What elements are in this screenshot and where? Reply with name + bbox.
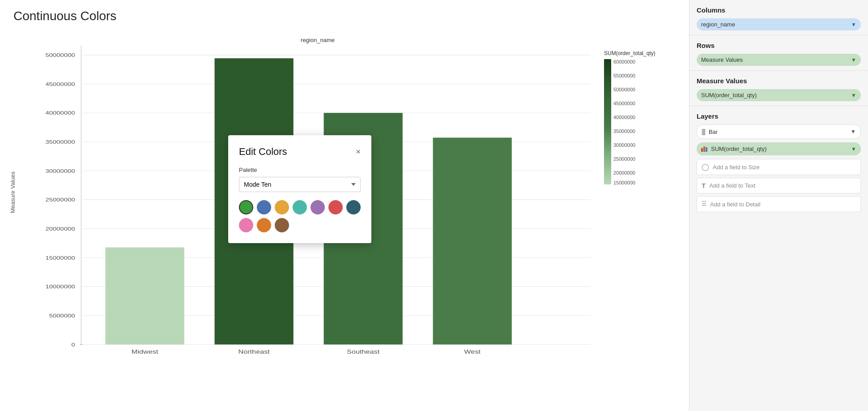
sum-pill-arrow: ▼ bbox=[851, 146, 856, 152]
add-detail-row[interactable]: ⠿ Add a field to Detail bbox=[697, 196, 861, 212]
palette-select[interactable]: Mode Ten Tableau 10 Color Blind Seattle … bbox=[239, 177, 361, 192]
color-swatch-3[interactable] bbox=[275, 200, 289, 214]
add-size-row[interactable]: ◯ Add a field to Size bbox=[697, 159, 861, 175]
measure-values-pill-text: SUM(order_total_qty) bbox=[701, 92, 757, 98]
dialog-overlay: Edit Colors × Palette Mode Ten Tableau 1… bbox=[9, 32, 680, 399]
rows-pill-text: Measure Values bbox=[701, 56, 743, 63]
color-swatch-5[interactable] bbox=[311, 200, 325, 214]
measure-values-dropdown-arrow: ▼ bbox=[851, 92, 856, 98]
layer-bar-left: ||| Bar bbox=[702, 128, 718, 135]
rows-label: Rows bbox=[697, 42, 861, 49]
sum-pill-text: SUM(order_total_qty) bbox=[711, 146, 766, 152]
chart-container: Measure Values region_name 0 5000000 100… bbox=[9, 32, 680, 399]
color-swatch-6[interactable] bbox=[328, 200, 343, 214]
columns-label: Columns bbox=[697, 6, 861, 14]
add-text-label: Add a field to Text bbox=[709, 182, 755, 189]
layer-bar-arrow: ▼ bbox=[851, 128, 856, 135]
color-swatch-7[interactable] bbox=[346, 200, 361, 214]
measure-values-section: Measure Values SUM(order_total_qty) ▼ bbox=[689, 71, 868, 106]
page-title: Continuous Colors bbox=[13, 9, 680, 23]
size-icon: ◯ bbox=[702, 163, 709, 171]
edit-colors-dialog: Edit Colors × Palette Mode Ten Tableau 1… bbox=[228, 135, 371, 243]
layers-title: Layers bbox=[697, 112, 861, 120]
palette-label: Palette bbox=[239, 167, 361, 173]
layer-bar-label: Bar bbox=[709, 128, 718, 135]
add-text-row[interactable]: T Add a field to Text bbox=[697, 178, 861, 193]
sum-color-icon bbox=[701, 146, 707, 152]
dialog-header: Edit Colors × bbox=[239, 146, 361, 158]
add-detail-label: Add a field to Detail bbox=[710, 201, 761, 208]
dialog-close-button[interactable]: × bbox=[356, 148, 361, 156]
columns-pill-text: region_name bbox=[701, 21, 735, 28]
color-swatch-10[interactable] bbox=[275, 218, 289, 232]
color-swatch-8[interactable] bbox=[239, 218, 253, 232]
color-swatch-9[interactable] bbox=[257, 218, 271, 232]
columns-section: Columns region_name ▼ bbox=[689, 0, 868, 35]
sum-row[interactable]: SUM(order_total_qty) ▼ bbox=[697, 142, 861, 155]
color-swatch-4[interactable] bbox=[293, 200, 307, 214]
color-swatch-2[interactable] bbox=[257, 200, 271, 214]
rows-pill[interactable]: Measure Values ▼ bbox=[697, 54, 861, 66]
columns-pill[interactable]: region_name ▼ bbox=[697, 18, 861, 30]
dialog-title: Edit Colors bbox=[239, 146, 287, 158]
right-panel: Columns region_name ▼ Rows Measure Value… bbox=[689, 0, 868, 411]
layer-bar-row[interactable]: ||| Bar ▼ bbox=[697, 124, 861, 139]
color-swatches bbox=[239, 200, 361, 232]
color-swatch-1[interactable] bbox=[239, 200, 253, 214]
rows-dropdown-arrow: ▼ bbox=[851, 57, 856, 63]
add-size-label: Add a field to Size bbox=[713, 164, 760, 171]
text-icon: T bbox=[702, 182, 706, 189]
bar-chart-icon: ||| bbox=[702, 128, 705, 135]
rows-section: Rows Measure Values ▼ bbox=[689, 35, 868, 71]
detail-icon: ⠿ bbox=[702, 200, 706, 208]
measure-values-pill[interactable]: SUM(order_total_qty) ▼ bbox=[697, 89, 861, 101]
layers-section: Layers ||| Bar ▼ SUM(order_total_qty) ▼ bbox=[689, 106, 868, 219]
columns-dropdown-arrow: ▼ bbox=[851, 21, 856, 28]
measure-values-label: Measure Values bbox=[697, 77, 861, 85]
sum-left: SUM(order_total_qty) bbox=[701, 146, 766, 152]
